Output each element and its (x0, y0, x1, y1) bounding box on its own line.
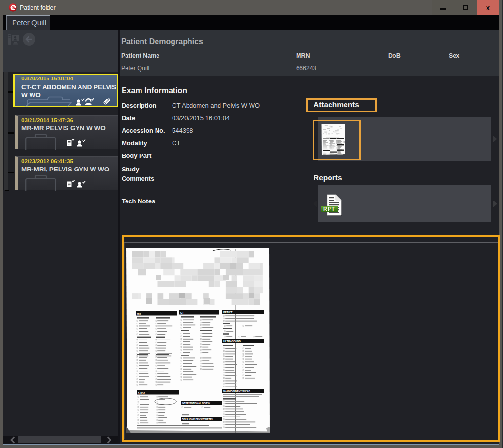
svg-text:PET/CT: PET/CT (223, 311, 233, 314)
svg-text:MRI: MRI (137, 312, 141, 315)
svg-text:ULTRASOUND: ULTRASOUND (223, 340, 241, 343)
svg-text:CT: CT (180, 311, 184, 314)
svg-text:X-RAY: X-RAY (138, 391, 145, 394)
svg-text:MAMMOGRAPHY W/CAD: MAMMOGRAPHY W/CAD (223, 390, 250, 393)
svg-text:DEXA BONE DENSITOMETRY: DEXA BONE DENSITOMETRY (182, 418, 213, 421)
svg-text:RPT: RPT (323, 206, 336, 212)
svg-text:INTERVENTIONAL BIOPSY: INTERVENTIONAL BIOPSY (182, 402, 210, 405)
